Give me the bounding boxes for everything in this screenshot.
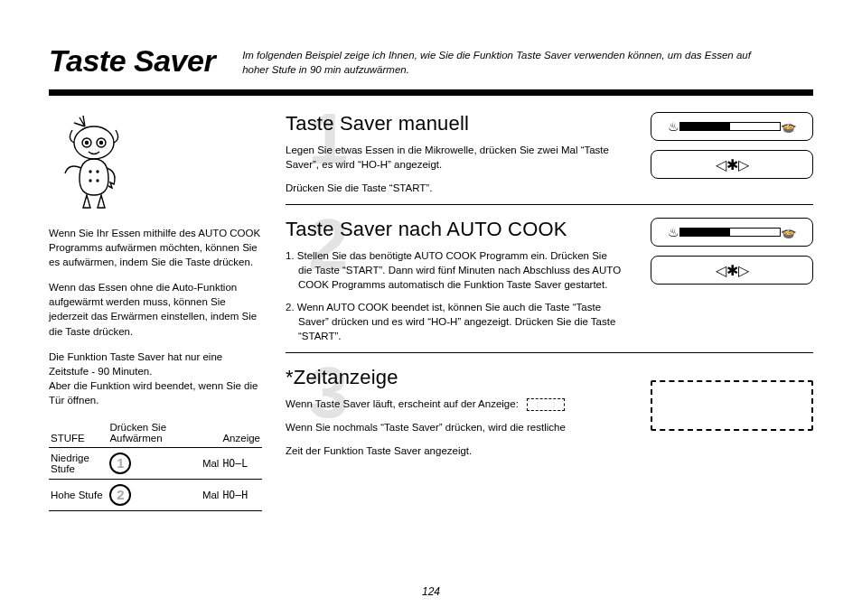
defrost-icon: ◁✱▷	[716, 262, 749, 279]
cell-display: HO–H	[220, 480, 262, 511]
press-count-icon: 2	[109, 484, 131, 506]
section-title: *Zeitanzeige	[286, 366, 623, 389]
section-body: Drücken Sie die Taste “START”.	[286, 181, 623, 195]
dashed-placeholder-small	[527, 398, 565, 411]
cell-stufe: Niedrige Stufe	[49, 448, 108, 480]
svg-point-3	[86, 142, 89, 145]
section-body: Legen Sie etwas Essen in die Mikrowelle,…	[286, 143, 623, 172]
sidebar-para-2: Wenn das Essen ohne die Auto-Funktion au…	[49, 280, 262, 338]
svg-point-8	[97, 180, 98, 182]
cell-press: Mal	[201, 448, 221, 480]
intro-text: Im folgenden Beispiel zeige ich Ihnen, w…	[242, 43, 766, 77]
section-manuell: 1 Taste Saver manuell Legen Sie etwas Es…	[286, 112, 813, 195]
display-progress: ♨ 🍲	[651, 218, 813, 247]
svg-point-6	[97, 171, 98, 173]
section-body: Wenn Sie nochmals “Taste Saver” drücken,…	[286, 420, 623, 434]
display-progress: ♨ 🍲	[651, 112, 813, 141]
table-row: Hohe Stufe 2 Mal HO–H	[49, 480, 262, 511]
steam-icon: ♨	[668, 119, 679, 134]
sidebar-para-1: Wenn Sie Ihr Essen mithilfe des AUTO COO…	[49, 226, 262, 269]
display-defrost: ◁✱▷	[651, 150, 813, 179]
sidebar-para-3: Die Funktion Taste Saver hat nur eine Ze…	[49, 350, 262, 378]
section-title: Taste Saver manuell	[286, 112, 623, 135]
divider-thick	[49, 89, 813, 96]
section-body: Zeit der Funktion Taste Saver angezeigt.	[286, 443, 623, 458]
page-number: 124	[0, 585, 862, 598]
col-stufe: STUFE	[49, 418, 108, 448]
cell-press: Mal	[201, 480, 221, 511]
display-time-dashed	[651, 380, 813, 431]
section-step: 2. Wenn AUTO COOK beendet ist, können Si…	[286, 300, 623, 343]
section-zeitanzeige: 3 *Zeitanzeige Wenn Taste Saver läuft, e…	[286, 352, 813, 470]
mascot-illustration	[54, 116, 134, 215]
cell-stufe: Hohe Stufe	[49, 480, 108, 511]
svg-point-4	[100, 142, 103, 145]
dish-icon: 🍲	[781, 119, 796, 134]
dish-icon: 🍲	[781, 225, 796, 239]
col-press: Drücken Sie Aufwärmen	[108, 418, 200, 448]
stufe-table: STUFE Drücken Sie Aufwärmen Anzeige Nied…	[49, 418, 262, 511]
section-step: 1. Stellen Sie das benötigte AUTO COOK P…	[286, 248, 623, 292]
steam-icon: ♨	[668, 225, 679, 239]
display-defrost: ◁✱▷	[651, 256, 813, 285]
col-anzeige: Anzeige	[220, 418, 262, 448]
sidebar-para-4: Aber die Funktion wird beendet, wenn Sie…	[49, 378, 262, 407]
page-title: Taste Saver	[49, 43, 215, 79]
section-autocook: 2 Taste Saver nach AUTO COOK 1. Stellen …	[286, 204, 813, 343]
table-row: Niedrige Stufe 1 Mal HO–L	[49, 448, 262, 480]
section-body: Wenn Taste Saver läuft, erscheint auf de…	[286, 397, 623, 411]
section-title: Taste Saver nach AUTO COOK	[286, 218, 623, 241]
svg-point-5	[89, 171, 91, 173]
cell-display: HO–L	[220, 448, 262, 480]
svg-point-7	[89, 180, 91, 182]
defrost-icon: ◁✱▷	[716, 156, 749, 173]
press-count-icon: 1	[109, 453, 131, 474]
